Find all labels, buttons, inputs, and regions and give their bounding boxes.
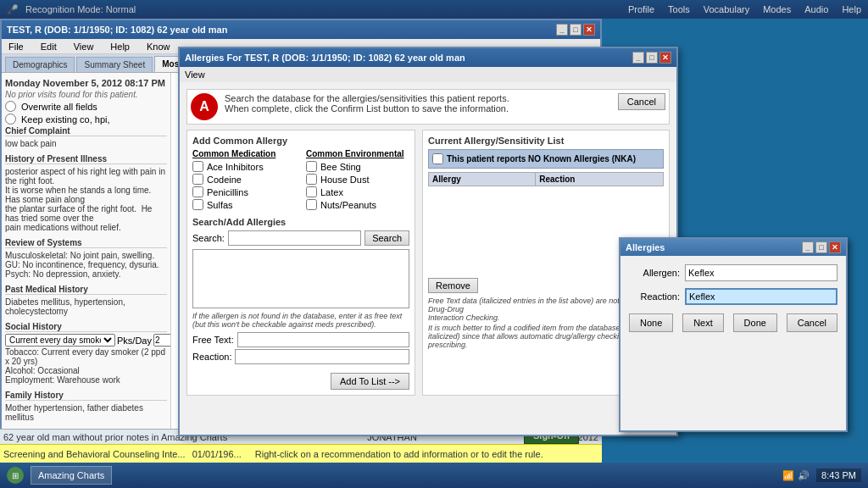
date-header: Monday November 5, 2012 08:17 PM <box>5 76 167 90</box>
minimize-button[interactable]: _ <box>556 24 568 36</box>
search-row: Search: Search <box>192 230 409 246</box>
allergy-dialog-middle: Add Common Allergy Common Medication Ace… <box>186 130 670 396</box>
done-button[interactable]: Done <box>733 313 777 332</box>
overwrite-label: Overwrite all fields <box>21 102 97 112</box>
start-icon-symbol: ⊞ <box>12 471 19 480</box>
allergy-dialog-header: A Search the database for the allergies/… <box>186 89 670 125</box>
past-medical-value: Diabetes mellitus, hypertension, cholecy… <box>5 297 167 317</box>
nka-row: This patient reports NO Known Allergies … <box>428 149 664 169</box>
bottom-taskbar: ⊞ Amazing Charts 📶 🔊 8:43 PM <box>0 463 868 488</box>
menu-vocabulary[interactable]: Vocabulary <box>704 4 749 14</box>
keep-radio[interactable] <box>5 114 16 125</box>
allergy-minimize-btn[interactable]: _ <box>632 52 644 64</box>
codeine-checkbox[interactable] <box>192 174 203 185</box>
overwrite-radio-group: Overwrite all fields <box>5 101 167 112</box>
recommendation-note: Right-click on a recommendation to add i… <box>255 449 543 459</box>
add-to-list-button[interactable]: Add To List --> <box>331 373 409 390</box>
none-button[interactable]: None <box>629 313 673 332</box>
allergy-columns: Common Medication Ace Inhibitors Codeine… <box>192 149 409 212</box>
menu-help-ehr[interactable]: Help <box>107 41 133 53</box>
common-environmental-title: Common Environmental <box>306 149 409 158</box>
nka-checkbox[interactable] <box>432 153 443 164</box>
allergy-maximize-btn[interactable]: □ <box>646 52 658 64</box>
small-popup-maximize[interactable]: □ <box>815 241 827 253</box>
small-popup-titlebar: Allergies _ □ ✕ <box>620 239 846 256</box>
past-medical-label: Past Medical History <box>5 285 167 295</box>
tab-summary-sheet[interactable]: Summary Sheet <box>76 57 153 72</box>
bee-sting-checkbox[interactable] <box>306 161 317 172</box>
menu-modes[interactable]: Modes <box>763 4 791 14</box>
ace-inhibitors-checkbox[interactable] <box>192 161 203 172</box>
menu-profile[interactable]: Profile <box>628 4 654 14</box>
social-section: Social History Current every day smoker … <box>5 322 167 385</box>
nuts-peanuts-checkbox[interactable] <box>306 199 317 210</box>
search-results-list <box>192 249 409 308</box>
menu-tools[interactable]: Tools <box>668 4 690 14</box>
codeine-label: Codeine <box>207 175 242 185</box>
system-tray: 📶 🔊 <box>782 470 810 481</box>
pks-label: Pks/Day <box>117 336 152 346</box>
start-icon[interactable]: ⊞ <box>7 467 24 484</box>
reaction-row: Reaction: <box>192 349 409 364</box>
search-button[interactable]: Search <box>364 230 409 246</box>
menu-view[interactable]: View <box>70 41 97 53</box>
menu-edit[interactable]: Edit <box>37 41 60 53</box>
chief-complaint-section: Chief Complaint low back pain <box>5 126 167 149</box>
tab-demographics[interactable]: Demographics <box>5 57 75 72</box>
recommendation-bar: Screening and Behavioral Counseling Inte… <box>0 444 602 463</box>
reaction-input[interactable] <box>235 349 409 364</box>
menu-file[interactable]: File <box>5 41 27 53</box>
app-icon: 🎤 <box>7 4 19 15</box>
allergy-bee-sting: Bee Sting <box>306 161 409 172</box>
allergy-dialog: Allergies For TEST, R (DOB: 1/1/1950; ID… <box>178 47 678 436</box>
allergy-header-icon: A <box>191 93 218 120</box>
small-reaction-label: Reaction: <box>629 291 680 302</box>
keep-label: Keep existing co, hpi, <box>21 114 110 125</box>
allergy-close-btn[interactable]: ✕ <box>659 52 671 64</box>
small-popup-body: Allergen: Reaction: None Next Done Cance… <box>620 256 846 341</box>
maximize-button[interactable]: □ <box>570 24 581 36</box>
house-dust-checkbox[interactable] <box>306 174 317 185</box>
social-label: Social History <box>5 322 167 332</box>
small-popup-minimize[interactable]: _ <box>802 241 814 253</box>
overwrite-radio[interactable] <box>5 101 16 112</box>
small-reaction-input[interactable] <box>685 288 837 305</box>
allergy-dialog-menubar: View <box>180 67 676 82</box>
social-dropdown[interactable]: Current every day smoker <box>5 334 115 347</box>
taskbar-left: 🎤 Recognition Mode: Normal <box>7 4 136 15</box>
menu-audio[interactable]: Audio <box>804 4 828 14</box>
penicillins-checkbox[interactable] <box>192 186 203 197</box>
allergy-menu-view[interactable]: View <box>185 69 205 80</box>
house-dust-label: House Dust <box>320 175 369 185</box>
allergy-description: Search the database for the allergies/se… <box>225 93 611 114</box>
free-text-input[interactable] <box>237 332 409 347</box>
free-text-label: Free Text: <box>192 335 234 345</box>
sulfas-checkbox[interactable] <box>192 199 203 210</box>
small-popup-buttons: None Next Done Cancel <box>629 313 837 332</box>
allergy-nuts-peanuts: Nuts/Peanuts <box>306 199 409 210</box>
small-popup-controls: _ □ ✕ <box>802 241 841 253</box>
pks-input[interactable] <box>153 334 171 347</box>
close-button[interactable]: ✕ <box>583 24 595 36</box>
small-popup-close[interactable]: ✕ <box>829 241 841 253</box>
menu-help[interactable]: Help <box>842 4 861 14</box>
allergy-dialog-titlebar: Allergies For TEST, R (DOB: 1/1/1950; ID… <box>180 48 676 67</box>
history-section: History of Present Illness posterior asp… <box>5 154 167 233</box>
cancel-button[interactable]: Cancel <box>787 313 837 332</box>
ehr-titlebar: TEST, R (DOB: 1/1/1950; ID: 1082) 62 yea… <box>2 20 600 39</box>
next-button[interactable]: Next <box>682 313 724 332</box>
no-visits-text: No prior visits found for this patient. <box>5 90 167 99</box>
latex-checkbox[interactable] <box>306 186 317 197</box>
search-label: Search: <box>192 233 225 243</box>
bee-sting-label: Bee Sting <box>320 162 361 172</box>
allergen-label: Allergen: <box>629 268 680 278</box>
remove-button[interactable]: Remove <box>428 278 478 293</box>
taskbar-ehr-item[interactable]: Amazing Charts <box>31 466 112 485</box>
allergy-sulfas: Sulfas <box>192 199 296 210</box>
current-allergy-title: Current Allergy/Sensitivity List <box>428 136 664 146</box>
taskbar-right-menu: Profile Tools Vocabulary Modes Audio Hel… <box>628 4 861 14</box>
allergen-input[interactable] <box>685 264 837 281</box>
allergy-cancel-top-button[interactable]: Cancel <box>618 93 665 110</box>
menu-know[interactable]: Know <box>143 41 174 53</box>
search-input[interactable] <box>228 230 361 246</box>
